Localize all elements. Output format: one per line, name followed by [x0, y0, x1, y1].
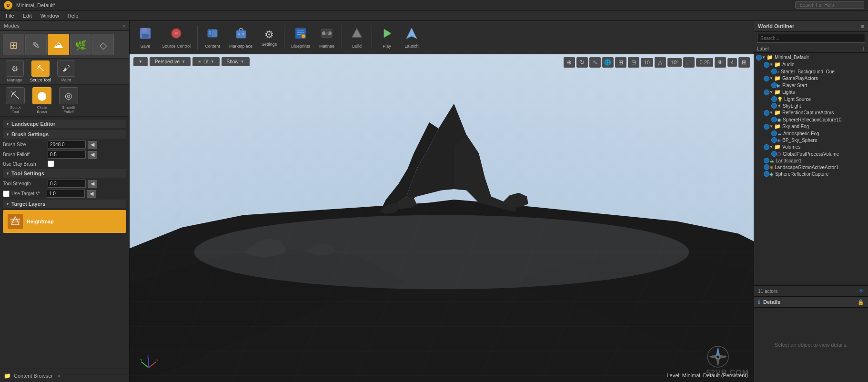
save-button[interactable]: Save — [133, 25, 157, 50]
content-browser-close[interactable]: × — [58, 373, 61, 379]
search-input[interactable] — [757, 34, 865, 43]
matinee-button[interactable]: Matinee — [315, 25, 339, 50]
target-layers-header[interactable]: Target Layers — [3, 200, 126, 208]
tree-item-volumes[interactable]: ▼ 📁 Volumes — [754, 143, 868, 151]
tree-item-starter-bg[interactable]: ♪ Starter_Background_Cue — [754, 68, 868, 75]
tree-item-sphere-reflection-10[interactable]: ◉ SphereReflectionCapture10 — [754, 116, 868, 123]
mode-geometry[interactable]: ◇ — [92, 34, 114, 55]
visibility-volumes[interactable] — [764, 144, 769, 150]
vp-transform-btn[interactable]: ⊕ — [564, 57, 575, 68]
tree-item-minimal-default[interactable]: ▼ 📁 Minimal_Default — [754, 54, 868, 61]
visibility-landscape1[interactable] — [764, 158, 769, 163]
viewport-perspective-dropdown[interactable]: ▼ — [133, 57, 148, 66]
menu-window[interactable]: Window — [37, 12, 63, 20]
vp-world-btn[interactable]: 🌐 — [602, 57, 614, 68]
mode-landscape[interactable]: ⛰ — [48, 34, 69, 55]
vp-number-2[interactable]: 10° — [667, 58, 682, 67]
manage-subtool[interactable]: ⚙ Manage — [3, 60, 27, 82]
mode-paint[interactable]: ✎ — [25, 34, 47, 55]
blueprints-button[interactable]: Blueprints — [287, 25, 314, 50]
viewport[interactable]: ▼ Perspective ▼ ☀ Lit ▼ Show ▼ ⊕ — [130, 54, 754, 382]
vp-number-3[interactable]: 0.25 — [696, 58, 713, 67]
tree-item-landscape-gizmo[interactable]: ⊞ LandscapeGizmoActiveActor1 — [754, 164, 868, 171]
tree-item-post-process[interactable]: ⬡ GlobalPostProcessVolume — [754, 151, 868, 157]
vp-number-1[interactable]: 10 — [641, 58, 653, 67]
details-lock-icon[interactable]: 🔒 — [858, 299, 864, 305]
visibility-starter-bg[interactable] — [771, 69, 777, 74]
target-value-slider[interactable]: ◀ — [87, 190, 96, 198]
tree-item-audio[interactable]: ▼ 📁 Audio — [754, 61, 868, 68]
tree-item-reflection-actors[interactable]: ▼ 📁 ReflectionCaptureActors — [754, 109, 868, 116]
viewport-lit-btn[interactable]: ☀ Lit ▼ — [192, 57, 219, 66]
vp-snap-btn[interactable]: ⊞ — [615, 57, 626, 68]
mode-placement[interactable]: ⊞ — [3, 34, 24, 55]
tree-item-sphere-reflection-capture[interactable]: ◉ SphereReflectionCapture — [754, 171, 868, 177]
source-control-button[interactable]: Source Control — [158, 25, 194, 50]
vp-angle-icon[interactable]: △ — [655, 57, 666, 68]
viewport-perspective-btn[interactable]: Perspective ▼ — [150, 57, 191, 66]
tree-item-landscape1[interactable]: ⛰ Landscape1 — [754, 157, 868, 164]
tree-item-lights[interactable]: ▼ 📁 Lights — [754, 89, 868, 96]
menu-file[interactable]: File — [2, 12, 18, 20]
vp-settings-btn[interactable]: ⊞ — [738, 57, 750, 68]
brush-falloff-input[interactable] — [48, 151, 86, 159]
tool-settings-header[interactable]: Tool Settings — [3, 169, 126, 178]
content-button[interactable]: Content — [201, 25, 224, 50]
circle-brush-btn[interactable]: ⬤ CircleBrush — [30, 87, 54, 114]
visibility-sky-fog[interactable] — [764, 124, 769, 130]
brush-size-input[interactable] — [48, 141, 86, 149]
heightmap-layer[interactable]: Heightmap — [3, 210, 126, 233]
menu-edit[interactable]: Edit — [19, 12, 36, 20]
launch-button[interactable]: Launch — [400, 25, 424, 50]
modes-close-btn[interactable]: × — [122, 23, 125, 29]
actors-eye-icon[interactable]: 👁 — [858, 288, 864, 294]
visibility-lights[interactable] — [764, 90, 769, 95]
viewport-show-btn[interactable]: Show ▼ — [222, 57, 250, 66]
visibility-atmospheric-fog[interactable] — [771, 131, 777, 136]
brush-size-slider[interactable]: ◀ — [88, 141, 97, 149]
vp-grid-btn[interactable]: ⊟ — [628, 57, 639, 68]
tree-item-sky-fog[interactable]: ▼ 📁 Sky and Fog — [754, 123, 868, 130]
vp-cam-speed-icon[interactable]: 🎥 — [683, 57, 695, 68]
visibility-sphere-reflection-capture[interactable] — [764, 171, 769, 177]
tool-strength-slider[interactable]: ◀ — [88, 180, 97, 188]
target-value-input[interactable] — [47, 190, 85, 198]
marketplace-button[interactable]: Marketplace — [225, 25, 256, 50]
vp-scale-btn[interactable]: ⤡ — [589, 57, 601, 68]
tree-item-light-source[interactable]: 💡 Light Source — [754, 96, 868, 102]
visibility-audio[interactable] — [764, 62, 769, 68]
visibility-landscape-gizmo[interactable] — [764, 164, 769, 170]
visibility-minimal-default[interactable] — [756, 55, 762, 60]
paint-subtool[interactable]: 🖌 Paint — [54, 60, 78, 82]
visibility-light-source[interactable] — [771, 96, 777, 102]
smooth-falloff-btn[interactable]: ◎ SmoothFalloff — [56, 87, 81, 114]
brush-settings-header[interactable]: Brush Settings — [3, 130, 126, 139]
visibility-sphere-reflection-10[interactable] — [771, 117, 777, 122]
vp-rotate-btn[interactable]: ↻ — [576, 57, 588, 68]
sculpt-tool-btn[interactable]: ⛏ SculptTool — [3, 87, 28, 114]
vp-view-icon[interactable]: 👁 — [715, 57, 726, 68]
world-outliner-menu-btn[interactable]: ≡ — [861, 23, 864, 29]
settings-button[interactable]: ⚙ Settings — [257, 27, 281, 49]
search-help-input[interactable] — [795, 1, 864, 9]
vp-number-4[interactable]: 4 — [727, 58, 737, 67]
mode-foliage[interactable]: 🌿 — [70, 34, 91, 55]
build-button[interactable]: Build — [345, 25, 369, 50]
menu-help[interactable]: Help — [64, 12, 82, 20]
tree-item-sky-light[interactable]: ☀ SkyLight — [754, 102, 868, 109]
tree-item-gameplay-actors[interactable]: ▼ 📁 GamePlayActors — [754, 75, 868, 82]
use-target-checkbox[interactable] — [3, 191, 10, 197]
tree-item-player-start[interactable]: ▶ Player Start — [754, 82, 868, 89]
visibility-player-start[interactable] — [771, 82, 777, 88]
visibility-reflection-actors[interactable] — [764, 110, 769, 116]
sculpt-subtool[interactable]: ⛏ Sculpt Tool — [29, 60, 52, 82]
use-clay-brush-checkbox[interactable] — [48, 161, 54, 167]
visibility-bp-sky-sphere[interactable] — [771, 137, 777, 143]
visibility-post-process[interactable] — [771, 151, 777, 157]
tree-item-bp-sky-sphere[interactable]: ◈ BP_Sky_Sphere — [754, 137, 868, 143]
play-button[interactable]: Play — [375, 25, 399, 50]
brush-falloff-slider[interactable]: ◀ — [88, 151, 97, 159]
visibility-sky-light[interactable] — [771, 103, 777, 109]
tool-strength-input[interactable] — [48, 180, 86, 188]
landscape-editor-header[interactable]: Landscape Editor — [3, 120, 126, 128]
